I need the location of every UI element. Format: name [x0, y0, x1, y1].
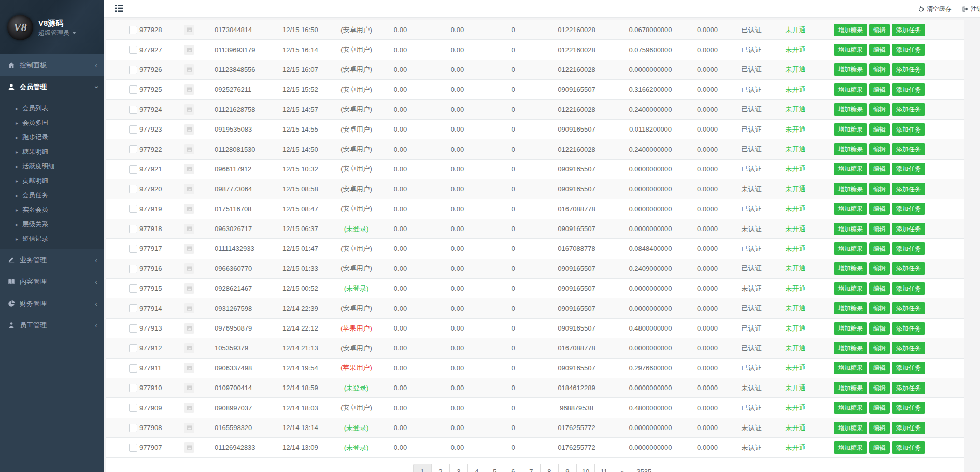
add-task-button[interactable]: 添加任务	[892, 422, 925, 434]
add-candy-button[interactable]: 增加糖果	[834, 242, 867, 255]
sidebar-subitem[interactable]: ▸层级关系	[0, 217, 104, 232]
edit-button[interactable]: 编辑	[869, 382, 890, 394]
edit-button[interactable]: 编辑	[869, 242, 890, 255]
add-task-button[interactable]: 添加任务	[892, 242, 925, 255]
clear-cache-button[interactable]: 清空缓存	[918, 5, 951, 13]
sidebar-item[interactable]: 业务管理‹	[0, 249, 104, 271]
add-task-button[interactable]: 添加任务	[892, 44, 925, 56]
add-task-button[interactable]: 添加任务	[892, 123, 925, 136]
add-task-button[interactable]: 添加任务	[892, 302, 925, 314]
row-checkbox[interactable]	[129, 444, 137, 452]
row-checkbox[interactable]	[129, 106, 137, 114]
edit-button[interactable]: 编辑	[869, 262, 890, 275]
row-checkbox[interactable]	[129, 185, 137, 193]
add-candy-button[interactable]: 增加糖果	[834, 322, 867, 335]
row-checkbox[interactable]	[129, 145, 137, 153]
add-task-button[interactable]: 添加任务	[892, 143, 925, 155]
sidebar-subitem[interactable]: ▸会员列表	[0, 101, 104, 116]
user-role-dropdown[interactable]: 超级管理员	[38, 28, 76, 37]
pagination-next-button[interactable]: »	[613, 464, 631, 472]
add-candy-button[interactable]: 增加糖果	[834, 282, 867, 295]
edit-button[interactable]: 编辑	[869, 163, 890, 175]
pagination-page-button[interactable]: 11	[594, 464, 613, 472]
edit-button[interactable]: 编辑	[869, 143, 890, 155]
add-task-button[interactable]: 添加任务	[892, 382, 925, 394]
add-candy-button[interactable]: 增加糖果	[834, 123, 867, 136]
add-task-button[interactable]: 添加任务	[892, 103, 925, 116]
add-candy-button[interactable]: 增加糖果	[834, 24, 867, 36]
pagination-page-button[interactable]: 8	[540, 464, 559, 472]
row-checkbox[interactable]	[129, 384, 137, 392]
edit-button[interactable]: 编辑	[869, 103, 890, 116]
add-candy-button[interactable]: 增加糖果	[834, 422, 867, 434]
add-candy-button[interactable]: 增加糖果	[834, 163, 867, 175]
row-checkbox[interactable]	[129, 404, 137, 412]
pagination-page-button[interactable]: 10	[576, 464, 595, 472]
row-checkbox[interactable]	[129, 265, 137, 273]
add-task-button[interactable]: 添加任务	[892, 282, 925, 295]
add-candy-button[interactable]: 增加糖果	[834, 362, 867, 374]
sidebar-item[interactable]: 控制面板‹	[0, 54, 104, 76]
add-candy-button[interactable]: 增加糖果	[834, 103, 867, 116]
edit-button[interactable]: 编辑	[869, 422, 890, 434]
row-checkbox[interactable]	[129, 424, 137, 432]
add-candy-button[interactable]: 增加糖果	[834, 262, 867, 275]
row-checkbox[interactable]	[129, 66, 137, 74]
add-task-button[interactable]: 添加任务	[892, 342, 925, 354]
edit-button[interactable]: 编辑	[869, 302, 890, 314]
pagination-page-button[interactable]: 4	[467, 464, 486, 472]
edit-button[interactable]: 编辑	[869, 402, 890, 414]
edit-button[interactable]: 编辑	[869, 24, 890, 36]
row-checkbox[interactable]	[129, 26, 137, 34]
row-checkbox[interactable]	[129, 46, 137, 54]
sidebar-item[interactable]: 会员管理‹	[0, 76, 104, 98]
sidebar-subitem[interactable]: ▸糖果明细	[0, 145, 104, 159]
edit-button[interactable]: 编辑	[869, 223, 890, 235]
edit-button[interactable]: 编辑	[869, 123, 890, 136]
add-candy-button[interactable]: 增加糖果	[834, 223, 867, 235]
sidebar-toggle-icon[interactable]	[115, 5, 124, 13]
row-checkbox[interactable]	[129, 284, 137, 293]
sidebar-item[interactable]: 财务管理‹	[0, 293, 104, 314]
add-candy-button[interactable]: 增加糖果	[834, 402, 867, 414]
add-task-button[interactable]: 添加任务	[892, 441, 925, 454]
row-checkbox[interactable]	[129, 324, 137, 333]
row-checkbox[interactable]	[129, 225, 137, 233]
sidebar-subitem[interactable]: ▸会员任务	[0, 188, 104, 203]
row-checkbox[interactable]	[129, 304, 137, 312]
add-candy-button[interactable]: 增加糖果	[834, 203, 867, 215]
pagination-page-button[interactable]: 2535	[631, 464, 657, 472]
edit-button[interactable]: 编辑	[869, 63, 890, 76]
row-checkbox[interactable]	[129, 85, 137, 94]
sidebar-subitem[interactable]: ▸实名会员	[0, 203, 104, 217]
sidebar-item[interactable]: 员工管理‹	[0, 314, 104, 336]
pagination-page-button[interactable]: 2	[431, 464, 450, 472]
pagination-page-button[interactable]: 6	[504, 464, 522, 472]
add-task-button[interactable]: 添加任务	[892, 362, 925, 374]
add-task-button[interactable]: 添加任务	[892, 402, 925, 414]
add-task-button[interactable]: 添加任务	[892, 24, 925, 36]
edit-button[interactable]: 编辑	[869, 44, 890, 56]
edit-button[interactable]: 编辑	[869, 441, 890, 454]
add-candy-button[interactable]: 增加糖果	[834, 342, 867, 354]
pagination-page-button[interactable]: 5	[486, 464, 504, 472]
edit-button[interactable]: 编辑	[869, 342, 890, 354]
pagination-page-button[interactable]: 9	[558, 464, 577, 472]
add-candy-button[interactable]: 增加糖果	[834, 143, 867, 155]
pagination-page-button[interactable]: 1	[413, 464, 432, 472]
sidebar-subitem[interactable]: ▸跑步记录	[0, 130, 104, 145]
add-candy-button[interactable]: 增加糖果	[834, 44, 867, 56]
pagination-page-button[interactable]: 7	[522, 464, 541, 472]
row-checkbox[interactable]	[129, 165, 137, 174]
edit-button[interactable]: 编辑	[869, 83, 890, 96]
add-candy-button[interactable]: 增加糖果	[834, 441, 867, 454]
row-checkbox[interactable]	[129, 245, 137, 253]
add-candy-button[interactable]: 增加糖果	[834, 302, 867, 314]
add-candy-button[interactable]: 增加糖果	[834, 63, 867, 76]
edit-button[interactable]: 编辑	[869, 322, 890, 335]
sidebar-subitem[interactable]: ▸会员多国	[0, 116, 104, 130]
add-task-button[interactable]: 添加任务	[892, 322, 925, 335]
row-checkbox[interactable]	[129, 125, 137, 134]
add-task-button[interactable]: 添加任务	[892, 262, 925, 275]
add-task-button[interactable]: 添加任务	[892, 183, 925, 195]
